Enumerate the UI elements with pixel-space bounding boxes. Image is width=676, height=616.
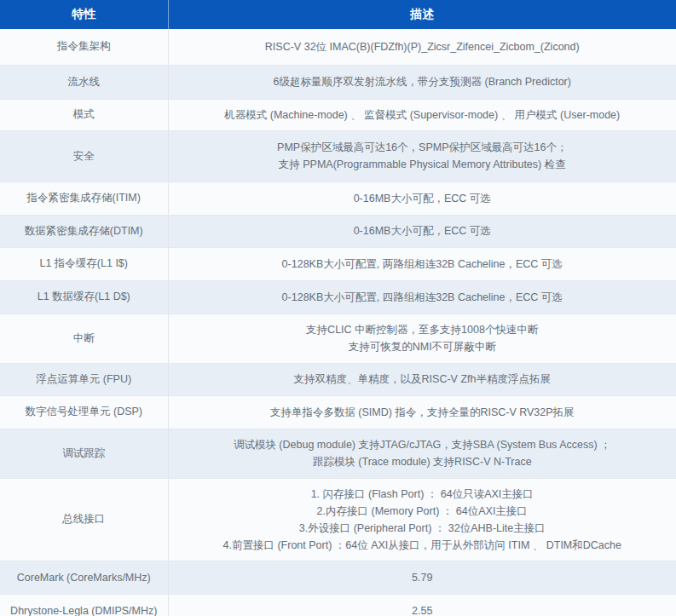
feature-cell: 数据紧密集成存储(DTIM) <box>0 215 168 247</box>
feature-cell: 调试跟踪 <box>0 429 168 478</box>
table-row: L1 指令缓存(L1 I$) 0-128KB大小可配置, 两路组相连32B Ca… <box>0 247 676 280</box>
description-line: 支持CLIC 中断控制器，至多支持1008个快速中断 <box>176 321 670 338</box>
description-cell: 0-128KB大小可配置, 四路组相连32B Cacheline，ECC 可选 <box>168 280 676 314</box>
description-line: 调试模块 (Debug module) 支持JTAG/cJTAG，支持SBA (… <box>176 436 670 453</box>
description-line: 2.内存接口 (Memory Port) ： 64位AXI主接口 <box>176 503 670 520</box>
feature-cell: 指令集架构 <box>0 29 168 65</box>
table-row: 流水线 6级超标量顺序双发射流水线，带分支预测器 (Branch Predict… <box>0 65 676 99</box>
table-row: L1 数据缓存(L1 D$) 0-128KB大小可配置, 四路组相连32B Ca… <box>0 280 676 314</box>
description-cell: 调试模块 (Debug module) 支持JTAG/cJTAG，支持SBA (… <box>168 429 676 478</box>
description-cell: 支持CLIC 中断控制器，至多支持1008个快速中断 支持可恢复的NMI不可屏蔽… <box>168 314 676 363</box>
table-row: 安全 PMP保护区域最高可达16个，SPMP保护区域最高可达16个； 支持 PP… <box>0 130 676 181</box>
description-cell: 6级超标量顺序双发射流水线，带分支预测器 (Branch Predictor) <box>168 65 676 99</box>
description-cell: RISC-V 32位 IMAC(B)(FDZfh)(P)_Zicsr_Zifen… <box>168 29 676 65</box>
feature-cell: 数字信号处理单元 (DSP) <box>0 395 168 429</box>
description-line: 跟踪模块 (Trace module) 支持RISC-V N-Trace <box>176 453 670 470</box>
table-row: CoreMark (CoreMarks/MHz) 5.79 <box>0 561 676 594</box>
description-line: 支持 PPMA(Programmable Physical Memory Att… <box>176 156 670 173</box>
table-row: 模式 机器模式 (Machine-mode) 、 监督模式 (Superviso… <box>0 99 676 130</box>
feature-cell: 安全 <box>0 130 168 181</box>
description-line: 6级超标量顺序双发射流水线，带分支预测器 (Branch Predictor) <box>176 73 670 90</box>
description-cell: 1. 闪存接口 (Flash Port) ： 64位只读AXI主接口 2.内存接… <box>168 478 676 561</box>
description-line: 1. 闪存接口 (Flash Port) ： 64位只读AXI主接口 <box>176 486 670 503</box>
table-row: 指令紧密集成存储(ITIM) 0-16MB大小可配，ECC 可选 <box>0 181 676 215</box>
description-line: 5.79 <box>176 569 670 586</box>
description-line: 支持双精度、单精度，以及RISC-V Zfh半精度浮点拓展 <box>176 371 670 388</box>
description-cell: PMP保护区域最高可达16个，SPMP保护区域最高可达16个； 支持 PPMA(… <box>168 130 676 181</box>
description-line: RISC-V 32位 IMAC(B)(FDZfh)(P)_Zicsr_Zifen… <box>176 38 670 55</box>
table-row: 调试跟踪 调试模块 (Debug module) 支持JTAG/cJTAG，支持… <box>0 429 676 478</box>
description-line: 支持单指令多数据 (SIMD) 指令，支持全量的RISC-V RV32P拓展 <box>176 404 670 421</box>
feature-cell: 模式 <box>0 99 168 130</box>
description-cell: 机器模式 (Machine-mode) 、 监督模式 (Supervisor-m… <box>168 99 676 130</box>
feature-cell: Dhrystone-Legla (DMIPS/MHz) <box>0 594 168 616</box>
feature-cell: 指令紧密集成存储(ITIM) <box>0 181 168 215</box>
table-row: 总线接口 1. 闪存接口 (Flash Port) ： 64位只读AXI主接口 … <box>0 478 676 561</box>
description-cell: 支持双精度、单精度，以及RISC-V Zfh半精度浮点拓展 <box>168 363 676 395</box>
feature-cell: L1 指令缓存(L1 I$) <box>0 247 168 280</box>
table-row: 浮点运算单元 (FPU) 支持双精度、单精度，以及RISC-V Zfh半精度浮点… <box>0 363 676 395</box>
feature-cell: 中断 <box>0 314 168 363</box>
description-line: PMP保护区域最高可达16个，SPMP保护区域最高可达16个； <box>176 139 670 156</box>
feature-cell: 总线接口 <box>0 478 168 561</box>
description-line: 2.55 <box>176 602 670 616</box>
column-header-feature: 特性 <box>0 0 168 29</box>
feature-cell: L1 数据缓存(L1 D$) <box>0 280 168 314</box>
description-line: 0-16MB大小可配，ECC 可选 <box>176 190 670 207</box>
table-row: 指令集架构 RISC-V 32位 IMAC(B)(FDZfh)(P)_Zicsr… <box>0 29 676 65</box>
description-line: 0-128KB大小可配置, 四路组相连32B Cacheline，ECC 可选 <box>176 289 670 306</box>
description-line: 0-128KB大小可配置, 两路组相连32B Cacheline，ECC 可选 <box>176 256 670 273</box>
description-cell: 0-128KB大小可配置, 两路组相连32B Cacheline，ECC 可选 <box>168 247 676 280</box>
description-line: 4.前置接口 (Front Port) ：64位 AXI从接口，用于从外部访问 … <box>176 537 670 554</box>
spec-table: 特性 描述 指令集架构 RISC-V 32位 IMAC(B)(FDZfh)(P)… <box>0 0 676 616</box>
description-cell: 支持单指令多数据 (SIMD) 指令，支持全量的RISC-V RV32P拓展 <box>168 395 676 429</box>
description-cell: 5.79 <box>168 561 676 594</box>
feature-cell: 流水线 <box>0 65 168 99</box>
description-line: 3.外设接口 (Peripheral Port) ： 32位AHB-Lite主接… <box>176 520 670 537</box>
description-cell: 0-16MB大小可配，ECC 可选 <box>168 215 676 247</box>
table-row: 数字信号处理单元 (DSP) 支持单指令多数据 (SIMD) 指令，支持全量的R… <box>0 395 676 429</box>
description-line: 支持可恢复的NMI不可屏蔽中断 <box>176 338 670 355</box>
column-header-description: 描述 <box>168 0 676 29</box>
description-cell: 2.55 <box>168 594 676 616</box>
table-row: 数据紧密集成存储(DTIM) 0-16MB大小可配，ECC 可选 <box>0 215 676 247</box>
feature-cell: 浮点运算单元 (FPU) <box>0 363 168 395</box>
description-line: 机器模式 (Machine-mode) 、 监督模式 (Supervisor-m… <box>176 107 670 124</box>
description-line: 0-16MB大小可配，ECC 可选 <box>176 222 670 239</box>
feature-cell: CoreMark (CoreMarks/MHz) <box>0 561 168 594</box>
header-row: 特性 描述 <box>0 0 676 29</box>
table-row: 中断 支持CLIC 中断控制器，至多支持1008个快速中断 支持可恢复的NMI不… <box>0 314 676 363</box>
description-cell: 0-16MB大小可配，ECC 可选 <box>168 181 676 215</box>
table-row: Dhrystone-Legla (DMIPS/MHz) 2.55 <box>0 594 676 616</box>
